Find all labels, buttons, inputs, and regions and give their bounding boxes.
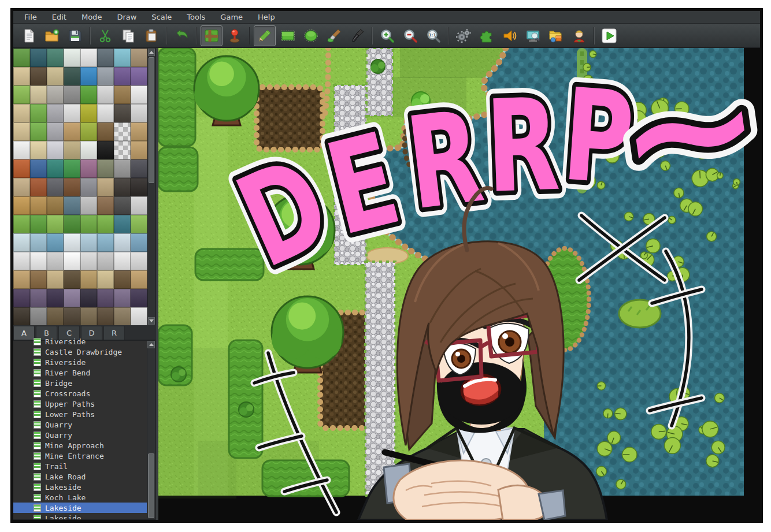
tileset-tile[interactable] [47,67,64,85]
tileset-tile[interactable] [114,215,131,233]
zoom-actual-button[interactable]: 1:1 [422,25,444,46]
tileset-tile[interactable] [114,141,131,159]
menu-file[interactable]: File [17,11,45,23]
tileset-tile[interactable] [13,252,30,270]
audio-button[interactable] [499,25,521,46]
scroll-down-button[interactable] [148,317,155,325]
tileset-tile[interactable] [64,141,80,159]
map-list-item[interactable]: River Bend [13,367,147,378]
map-edit-mode-button[interactable] [201,25,223,46]
map-list-item[interactable]: Lower Paths [13,409,147,419]
tileset-tile[interactable] [47,196,64,215]
tileset-tile[interactable] [64,159,80,178]
tileset-tile[interactable] [80,270,97,289]
tileset-tile[interactable] [80,215,97,233]
tileset-tile[interactable] [97,141,114,159]
menu-help[interactable]: Help [250,11,283,23]
tileset-tile[interactable] [47,307,64,326]
menu-mode[interactable]: Mode [74,11,109,23]
tileset-tile[interactable] [131,196,147,215]
tileset-tile[interactable] [114,289,131,307]
map-list-item[interactable]: Lakeside [13,513,147,519]
tileset-tile[interactable] [64,307,80,326]
tileset-tile[interactable] [80,122,97,141]
scroll-up-button[interactable] [147,341,155,348]
tileset-tile[interactable] [97,159,114,178]
ellipse-tool-button[interactable] [300,25,322,46]
map-list-item[interactable]: Lakeside [13,503,147,513]
tileset-tile[interactable] [131,141,147,159]
tileset-tile[interactable] [80,289,97,307]
tileset-tile[interactable] [64,49,80,67]
tileset-tile[interactable] [30,104,47,122]
tileset-tile[interactable] [30,178,47,196]
map-list-item[interactable]: Quarry [13,419,147,430]
tileset-tile[interactable] [80,233,97,252]
tileset-tile[interactable] [114,233,131,252]
menu-draw[interactable]: Draw [109,11,144,23]
tileset-tile[interactable] [131,159,147,178]
map-list-item[interactable]: Castle Drawbridge [13,347,147,357]
tileset-tile[interactable] [13,270,30,289]
tileset-tile[interactable] [80,49,97,67]
tileset-grid[interactable] [13,49,147,325]
maplist-scrollbar[interactable] [147,341,155,519]
tileset-tile[interactable] [64,196,80,215]
tileset-tile[interactable] [13,67,30,85]
tileset-tile[interactable] [64,67,80,85]
tileset-tile[interactable] [97,178,114,196]
tileset-tile[interactable] [30,49,47,67]
tileset-tile[interactable] [131,122,147,141]
tileset-tile[interactable] [114,252,131,270]
map-list-item[interactable]: Crossroads [13,388,147,399]
tileset-tile[interactable] [13,122,30,141]
tileset-tile[interactable] [30,270,47,289]
tileset-tile[interactable] [131,252,147,270]
tileset-tile[interactable] [30,85,47,104]
menu-scale[interactable]: Scale [144,11,179,23]
tileset-tile[interactable] [13,85,30,104]
tileset-tile[interactable] [97,122,114,141]
tileset-tile[interactable] [114,270,131,289]
map-list-item[interactable]: Trail [13,461,147,471]
map-list-item[interactable]: Quarry [13,430,147,440]
tileset-tile[interactable] [97,252,114,270]
tileset-tile[interactable] [131,289,147,307]
tileset-tile[interactable] [80,141,97,159]
tileset-tile[interactable] [13,289,30,307]
tileset-tile[interactable] [114,85,131,104]
maplist-scrollbar-thumb[interactable] [148,453,154,518]
rectangle-tool-button[interactable] [277,25,299,46]
map-list-item[interactable]: Mine Approach [13,440,147,451]
tileset-tile[interactable] [47,215,64,233]
open-button[interactable] [41,25,63,46]
tileset-tile[interactable] [30,141,47,159]
tileset-tile[interactable] [131,67,147,85]
map-list-item[interactable]: Bridge [13,378,147,388]
tileset-tile[interactable] [30,252,47,270]
tileset-tile[interactable] [114,178,131,196]
tileset-tile[interactable] [30,122,47,141]
playtest-button[interactable] [598,25,620,46]
tileset-tile[interactable] [47,252,64,270]
tileset-tile[interactable] [80,178,97,196]
tileset-tile[interactable] [97,49,114,67]
resource-viewer-button[interactable] [522,25,544,46]
menu-tools[interactable]: Tools [179,11,213,23]
tileset-tile[interactable] [13,196,30,215]
tileset-tile[interactable] [30,289,47,307]
database-button[interactable] [545,25,567,46]
tileset-tile[interactable] [80,196,97,215]
tileset-tile[interactable] [47,141,64,159]
event-edit-mode-button[interactable] [224,25,246,46]
map-list-item[interactable]: Upper Paths [13,399,147,409]
tileset-tile[interactable] [114,159,131,178]
tileset-tile[interactable] [97,104,114,122]
paste-button[interactable] [140,25,162,46]
tileset-tile[interactable] [80,307,97,326]
tileset-tile[interactable] [97,85,114,104]
copy-button[interactable] [117,25,139,46]
tileset-tile[interactable] [114,104,131,122]
tileset-tile[interactable] [97,67,114,85]
tileset-tile[interactable] [131,233,147,252]
